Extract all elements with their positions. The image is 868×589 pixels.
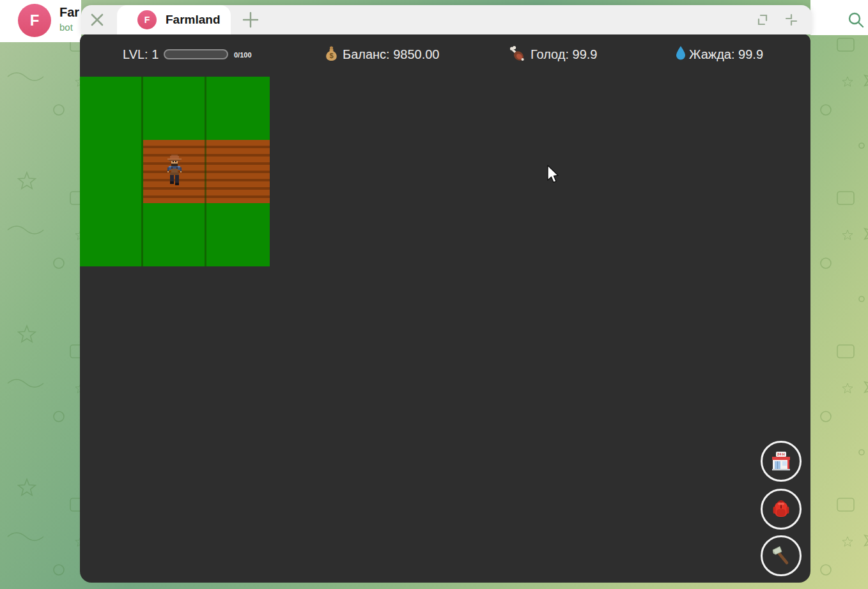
level-label: LVL: 1	[123, 47, 159, 62]
game-panel: LVL: 1 0/100 $ Баланс: 9850.00 Голод: 99…	[80, 34, 810, 583]
map-tile-grass[interactable]	[143, 203, 206, 266]
chat-avatar[interactable]: F	[18, 4, 51, 37]
new-tab-plus-icon[interactable]	[241, 10, 260, 29]
chat-avatar-letter: F	[30, 11, 40, 29]
chat-subtitle: bot	[59, 22, 73, 33]
meat-icon	[509, 46, 525, 62]
tab-avatar: F	[137, 10, 157, 29]
close-icon[interactable]	[88, 10, 107, 29]
tab-avatar-letter: F	[144, 15, 150, 25]
balance-label: Баланс: 9850.00	[343, 47, 440, 62]
tab-farmland[interactable]: F Farmland	[117, 5, 231, 34]
map-tile-farmland[interactable]	[206, 140, 270, 203]
backpack-icon	[770, 498, 793, 521]
store-sign-text: 24 H	[777, 452, 785, 456]
stats-bar: LVL: 1 0/100 $ Баланс: 9850.00 Голод: 99…	[80, 34, 810, 75]
map-tile-grass[interactable]	[206, 77, 270, 140]
level-progress-bar	[164, 49, 228, 59]
attach-window-icon[interactable]	[784, 12, 799, 27]
tools-button[interactable]	[761, 535, 802, 576]
tab-label: Farmland	[166, 13, 221, 27]
store-icon: 24 H	[770, 450, 793, 473]
droplet-icon	[674, 45, 687, 61]
thirst-label: Жажда: 99.9	[689, 47, 763, 62]
map-tile-grass[interactable]	[143, 77, 206, 140]
map-tile-grass[interactable]	[80, 203, 143, 266]
map-tile-grass[interactable]	[80, 140, 143, 203]
mouse-cursor	[546, 165, 559, 184]
money-bag-icon: $	[325, 45, 338, 61]
level-progress-text: 0/100	[234, 51, 252, 59]
shop-button[interactable]: 24 H	[761, 441, 802, 482]
chat-title: Far	[59, 5, 79, 20]
backpack-button[interactable]	[761, 489, 802, 530]
map-tile-grass[interactable]	[206, 203, 270, 266]
tab-strip: F Farmland	[81, 5, 812, 34]
restore-window-icon[interactable]	[755, 12, 770, 27]
farmer-sprite[interactable]	[164, 155, 185, 187]
search-icon[interactable]	[846, 10, 865, 29]
hunger-label: Голод: 99.9	[531, 47, 597, 62]
svg-text:$: $	[329, 52, 333, 59]
map-tile-grass[interactable]	[80, 77, 143, 140]
axe-icon	[770, 544, 793, 567]
